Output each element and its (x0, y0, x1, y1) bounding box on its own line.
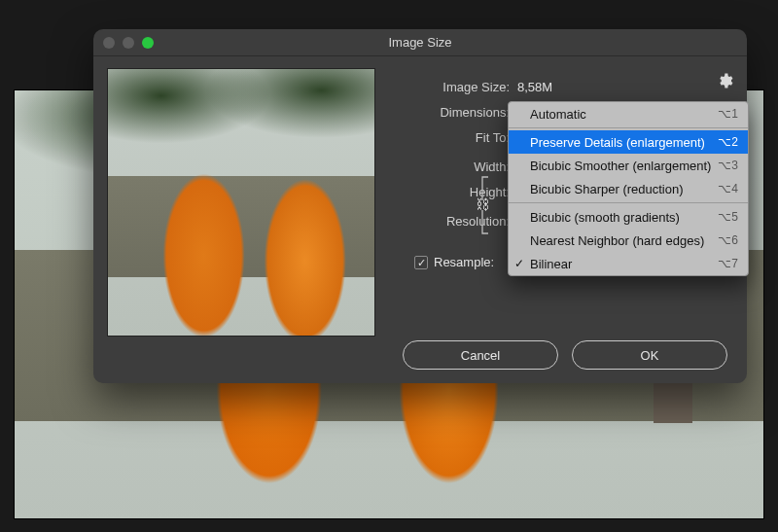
resample-checkbox[interactable] (414, 256, 428, 269)
label-dimensions: Dimensions: (391, 105, 517, 120)
dropdown-item-automatic[interactable]: Automatic ⌥1 (509, 102, 748, 125)
dialog-titlebar: Image Size (93, 29, 747, 56)
dropdown-item-label: Bicubic (smooth gradients) (530, 210, 680, 225)
dropdown-item-label: Nearest Neighbor (hard edges) (530, 233, 704, 248)
dropdown-item-shortcut: ⌥5 (718, 210, 738, 224)
dropdown-item-shortcut: ⌥7 (718, 257, 738, 270)
dropdown-separator (509, 127, 748, 128)
dropdown-separator (509, 202, 748, 203)
dropdown-item-label: Bilinear (530, 257, 572, 271)
traffic-close[interactable] (103, 37, 115, 49)
window-traffic-lights[interactable] (103, 37, 154, 49)
resample-dropdown[interactable]: Automatic ⌥1 Preserve Details (enlargeme… (508, 101, 749, 276)
traffic-minimize[interactable] (123, 37, 134, 49)
dropdown-item-shortcut: ⌥4 (718, 182, 738, 195)
label-height: Height: (391, 185, 517, 199)
image-preview (107, 68, 375, 337)
dropdown-item-label: Bicubic Smoother (enlargement) (530, 159, 711, 173)
traffic-zoom[interactable] (142, 37, 154, 49)
label-image-size: Image Size: (391, 80, 517, 94)
dropdown-item-bicubic-sharper[interactable]: Bicubic Sharper (reduction) ⌥4 (509, 177, 748, 200)
dropdown-item-preserve-details[interactable]: Preserve Details (enlargement) ⌥2 (509, 130, 748, 154)
dropdown-item-shortcut: ⌥3 (718, 159, 738, 172)
label-width: Width: (391, 160, 517, 174)
dialog-buttons: Cancel OK (403, 340, 727, 370)
label-resolution: Resolution: (391, 214, 517, 229)
gear-icon[interactable] (716, 72, 733, 89)
dropdown-item-bicubic-smoother[interactable]: Bicubic Smoother (enlargement) ⌥3 (509, 154, 748, 177)
dropdown-item-label: Bicubic Sharper (reduction) (530, 182, 684, 196)
label-resample: Resample: (434, 255, 494, 269)
label-fit-to: Fit To: (391, 130, 517, 145)
dropdown-item-label: Preserve Details (enlargement) (530, 135, 705, 150)
check-icon: ✓ (514, 257, 524, 270)
row-image-size: Image Size: 8,58M (391, 74, 733, 99)
dropdown-item-bilinear[interactable]: ✓ Bilinear ⌥7 (509, 252, 748, 275)
value-image-size: 8,58M (517, 80, 552, 94)
ok-button[interactable]: OK (572, 340, 727, 370)
dropdown-item-nearest-neighbor[interactable]: Nearest Neighbor (hard edges) ⌥6 (509, 229, 748, 252)
dropdown-item-shortcut: ⌥2 (718, 135, 738, 149)
dropdown-item-shortcut: ⌥1 (718, 107, 738, 121)
dropdown-item-shortcut: ⌥6 (718, 233, 738, 247)
dropdown-item-bicubic-smooth[interactable]: Bicubic (smooth gradients) ⌥5 (509, 205, 748, 229)
dialog-title: Image Size (93, 35, 747, 50)
cancel-button[interactable]: Cancel (403, 340, 558, 370)
dropdown-item-label: Automatic (530, 107, 586, 122)
